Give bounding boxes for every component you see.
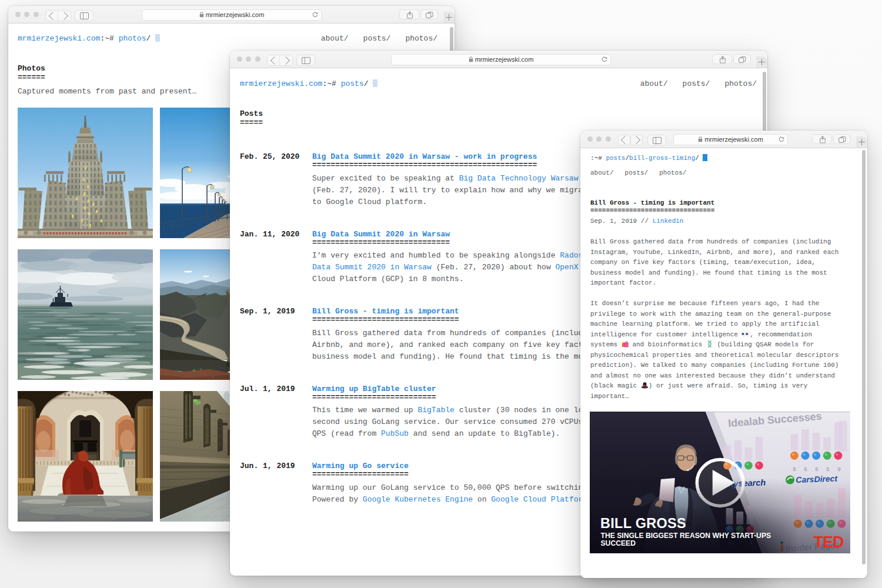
svg-text:BILL GROSS: BILL GROSS bbox=[600, 516, 686, 531]
svg-text:5: 5 bbox=[826, 466, 829, 472]
svg-text:6: 6 bbox=[815, 466, 818, 472]
svg-text:8: 8 bbox=[793, 466, 796, 472]
svg-text:6: 6 bbox=[804, 466, 807, 472]
svg-text:THE SINGLE BIGGEST REASON WHY: THE SINGLE BIGGEST REASON WHY START-UPS bbox=[600, 532, 771, 540]
svg-text:SUCCEED: SUCCEED bbox=[600, 539, 636, 547]
svg-text:9: 9 bbox=[837, 466, 840, 472]
svg-text:TED: TED bbox=[813, 533, 843, 551]
